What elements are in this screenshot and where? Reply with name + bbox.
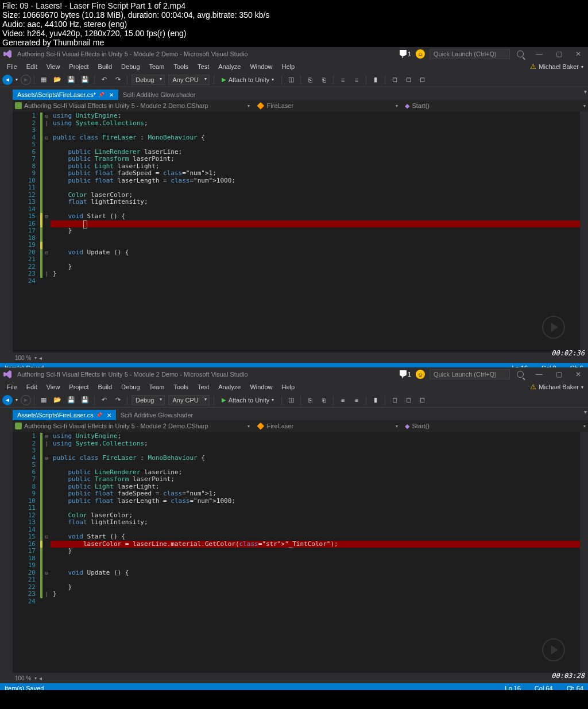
fold-marker[interactable]: | — [42, 120, 51, 127]
pin-icon[interactable]: 📌 — [96, 412, 102, 418]
fold-marker[interactable] — [42, 206, 51, 214]
menu-tools[interactable]: Tools — [169, 382, 193, 392]
nav-forward-button[interactable]: ► — [21, 75, 31, 85]
code-line[interactable]: void Start () { — [51, 213, 588, 220]
code-editor[interactable]: 123456789101112131415161718192021222324 … — [13, 432, 588, 673]
undo-button[interactable]: ↶ — [98, 394, 110, 406]
scroll-overview[interactable] — [580, 111, 588, 352]
code-line[interactable] — [51, 206, 588, 214]
code-content[interactable]: using UnityEngine;using System.Collectio… — [51, 432, 588, 673]
redo-button[interactable]: ↷ — [111, 394, 124, 406]
nav-method[interactable]: ◆Start() — [405, 102, 430, 110]
fold-marker[interactable] — [42, 476, 51, 483]
fold-marker[interactable] — [42, 548, 51, 555]
menu-edit[interactable]: Edit — [22, 382, 42, 392]
code-line[interactable]: float lightIntensity; — [51, 519, 588, 526]
nav-forward-button[interactable]: ► — [21, 395, 31, 405]
platform-dropdown[interactable]: Any CPU — [168, 75, 209, 85]
fold-marker[interactable]: ⊟ — [42, 533, 51, 541]
fold-marker[interactable] — [42, 264, 51, 271]
menu-edit[interactable]: Edit — [22, 62, 42, 71]
fold-marker[interactable]: | — [42, 440, 51, 448]
tb-icon[interactable]: ⎘ — [304, 394, 316, 406]
save-all-button[interactable]: 💾 — [79, 73, 91, 86]
minimize-button[interactable]: — — [532, 369, 547, 379]
tb-icon[interactable]: ▮ — [369, 394, 382, 406]
chevron-down-icon[interactable]: ▾ — [34, 676, 37, 681]
nav-back-button[interactable]: ◄ — [2, 395, 13, 405]
menu-team[interactable]: Team — [145, 382, 169, 392]
menu-test[interactable]: Test — [193, 62, 214, 71]
minimize-button[interactable]: — — [532, 49, 547, 59]
tb-icon[interactable]: ≡ — [350, 394, 363, 406]
code-line[interactable]: public class FireLaser : MonoBehaviour { — [51, 455, 588, 462]
tb-icon[interactable]: ≡ — [336, 394, 349, 406]
fold-marker[interactable] — [42, 184, 51, 192]
tb-icon[interactable]: ◻ — [402, 394, 415, 406]
fold-marker[interactable] — [42, 177, 51, 185]
fold-marker[interactable] — [42, 235, 51, 242]
code-line[interactable]: } — [51, 227, 588, 235]
tb-icon[interactable]: ≡ — [350, 73, 363, 86]
code-editor[interactable]: 123456789101112131415161718192021222324 … — [13, 111, 588, 352]
menu-debug[interactable]: Debug — [117, 62, 144, 71]
fold-marker[interactable]: ⊟ — [42, 113, 51, 120]
tb-icon[interactable]: ▮ — [369, 73, 382, 86]
close-icon[interactable]: ✕ — [105, 412, 111, 419]
code-line[interactable] — [51, 526, 588, 534]
scroll-overview[interactable] — [580, 432, 588, 673]
chevron-left-icon[interactable]: ◂ — [39, 675, 42, 681]
menu-tools[interactable]: Tools — [169, 62, 193, 71]
tb-icon[interactable]: ≡ — [336, 73, 349, 86]
fold-marker[interactable] — [42, 519, 51, 526]
menu-build[interactable]: Build — [94, 382, 117, 392]
code-line[interactable]: void Update () { — [51, 249, 588, 257]
code-line[interactable]: laserColor = laserLine.material.GetColor… — [51, 541, 588, 548]
tab-shader[interactable]: Scifi Additive Glow.shader — [118, 90, 200, 100]
nav-back-button[interactable]: ◄ — [2, 75, 13, 85]
attach-unity-button[interactable]: ▶Attach to Unity▾ — [217, 75, 279, 84]
fold-marker[interactable]: ⊟ — [42, 249, 51, 257]
code-line[interactable] — [51, 242, 588, 249]
fold-marker[interactable] — [42, 541, 51, 548]
fold-marker[interactable] — [42, 156, 51, 163]
tab-firelaser[interactable]: Assets\Scripts\FireLaser.cs*📌✕ — [13, 90, 118, 100]
code-line[interactable]: using System.Collections; — [51, 120, 588, 127]
menu-build[interactable]: Build — [94, 62, 117, 71]
fold-marker[interactable] — [42, 447, 51, 455]
fold-marker[interactable] — [42, 512, 51, 520]
code-line[interactable] — [51, 555, 588, 563]
code-line[interactable] — [51, 256, 588, 264]
close-icon[interactable]: ✕ — [107, 92, 114, 98]
fold-marker[interactable] — [42, 490, 51, 498]
code-line[interactable]: } — [51, 591, 588, 598]
code-line[interactable]: } — [51, 264, 588, 271]
open-file-button[interactable]: 📂 — [51, 394, 64, 406]
fold-marker[interactable] — [42, 163, 51, 171]
fold-marker[interactable] — [42, 192, 51, 199]
fold-marker[interactable] — [42, 576, 51, 584]
menu-view[interactable]: View — [42, 382, 65, 392]
close-button[interactable]: ✕ — [571, 49, 586, 59]
code-line[interactable] — [51, 598, 588, 606]
attach-unity-button[interactable]: ▶Attach to Unity▾ — [217, 396, 279, 405]
menu-file[interactable]: File — [2, 382, 22, 392]
tb-icon[interactable]: ◻ — [388, 394, 401, 406]
fold-marker[interactable] — [42, 498, 51, 505]
tb-icon[interactable]: ◻ — [402, 73, 415, 86]
tb-icon[interactable]: ⎗ — [318, 394, 330, 406]
fold-marker[interactable] — [42, 469, 51, 476]
user-badge[interactable]: ⚠Michael Baker▾ — [530, 63, 583, 71]
notification-badge[interactable]: 1 — [400, 50, 411, 58]
code-line[interactable] — [51, 576, 588, 584]
code-line[interactable]: public float laserLength = class="num">1… — [51, 498, 588, 505]
quick-launch-input[interactable]: Quick Launch (Ctrl+Q) — [430, 49, 510, 59]
pin-icon[interactable]: 📌 — [98, 92, 105, 98]
menu-file[interactable]: File — [2, 62, 22, 71]
open-file-button[interactable]: 📂 — [51, 73, 64, 86]
menu-project[interactable]: Project — [64, 62, 93, 71]
fold-marker[interactable] — [42, 555, 51, 563]
fold-marker[interactable]: | — [42, 591, 51, 598]
code-line[interactable]: public float laserLength = class="num">1… — [51, 177, 588, 185]
zoom-level[interactable]: 100 % — [15, 675, 31, 681]
